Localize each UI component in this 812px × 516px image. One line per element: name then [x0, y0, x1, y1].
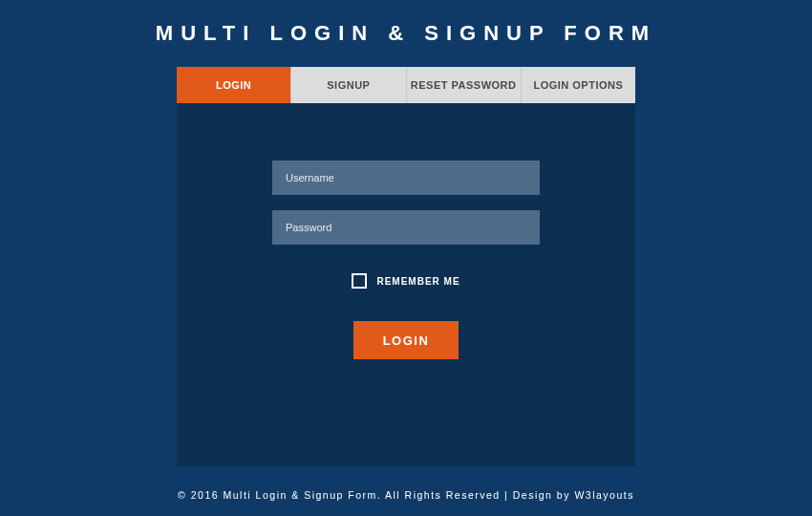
auth-card: LOGIN SIGNUP RESET PASSWORD LOGIN OPTION…: [177, 67, 635, 466]
username-field[interactable]: [272, 161, 540, 195]
tab-bar: LOGIN SIGNUP RESET PASSWORD LOGIN OPTION…: [177, 67, 635, 103]
tab-reset-password[interactable]: RESET PASSWORD: [406, 67, 521, 103]
tab-login[interactable]: LOGIN: [177, 67, 290, 103]
password-field[interactable]: [272, 210, 540, 245]
remember-me-label: REMEMBER ME: [376, 276, 459, 287]
checkbox-icon: [352, 273, 367, 289]
tab-signup[interactable]: SIGNUP: [290, 67, 405, 103]
login-button[interactable]: LOGIN: [353, 321, 459, 359]
page-title: MULTI LOGIN & SIGNUP FORM: [156, 21, 656, 46]
footer-text: © 2016 Multi Login & Signup Form. All Ri…: [178, 489, 634, 501]
login-panel: REMEMBER ME LOGIN: [177, 103, 635, 466]
tab-login-options[interactable]: LOGIN OPTIONS: [521, 67, 635, 103]
remember-me-toggle[interactable]: REMEMBER ME: [352, 273, 459, 289]
